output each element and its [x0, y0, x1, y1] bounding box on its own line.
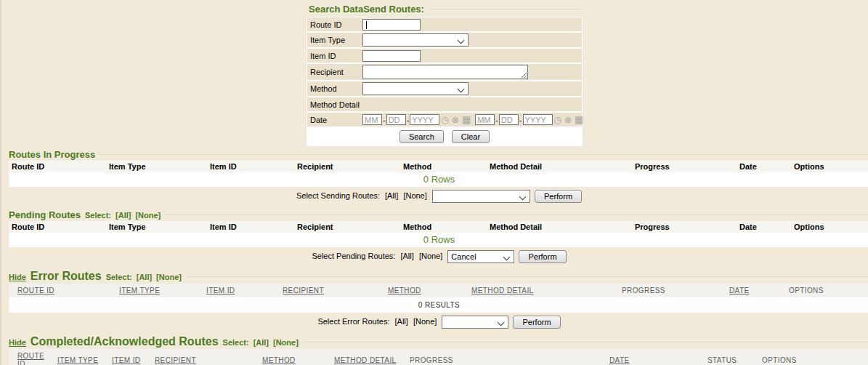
method-row: Method: [307, 81, 582, 96]
date-to-year-input[interactable]: [523, 114, 553, 125]
date-separator: -: [495, 116, 498, 124]
sort-item-id[interactable]: ITEM ID: [203, 284, 280, 297]
search-form-body: Route ID Item Type Item ID Recipient: [307, 17, 583, 146]
date-from-year-input[interactable]: [410, 114, 439, 125]
pending-routes-action-select-value: Cancel: [451, 252, 476, 261]
date-to-day-input[interactable]: [499, 114, 519, 125]
search-form-title-text: Search DataSend Routes:: [309, 4, 424, 15]
col-recipient: Recipient: [294, 161, 400, 172]
sort-recipient[interactable]: RECIPIENT: [280, 284, 385, 297]
col-options: Options: [791, 221, 868, 233]
recipient-label: Recipient: [310, 68, 362, 76]
error-result-count: 0 RESULTS: [9, 297, 868, 313]
select-all-link[interactable]: [All]: [385, 191, 398, 200]
hide-error-routes-link[interactable]: Hide: [9, 273, 26, 281]
perform-button[interactable]: Perform: [513, 316, 560, 329]
sort-method[interactable]: METHOD: [259, 349, 331, 365]
select-none-link[interactable]: [None]: [419, 252, 442, 260]
completed-select-none-link[interactable]: [None]: [273, 338, 299, 347]
route-id-input-wrap: [362, 19, 421, 31]
sort-method-detail[interactable]: METHOD DETAIL: [331, 349, 407, 365]
col-progress: Progress: [632, 161, 737, 172]
col-status: STATUS: [705, 349, 759, 365]
select-all-link[interactable]: [All]: [395, 317, 408, 326]
pending-title-text: Pending Routes: [9, 209, 81, 220]
pending-section-title: Pending Routes Select: [All] [None]: [9, 209, 868, 220]
calendar-icon[interactable]: ▦: [575, 115, 583, 124]
perform-button[interactable]: Perform: [519, 250, 566, 263]
title-rule: [165, 214, 868, 215]
select-none-link[interactable]: [None]: [403, 191, 426, 200]
select-none-link[interactable]: [None]: [413, 317, 437, 326]
error-header-row: ROUTE ID ITEM TYPE ITEM ID RECIPIENT MET…: [9, 284, 868, 297]
completed-table: ROUTE ID ITEM TYPE ITEM ID RECIPIENT MET…: [9, 349, 868, 365]
item-type-select[interactable]: [362, 33, 469, 47]
error-empty-row: 0 RESULTS: [9, 297, 868, 313]
error-select-all-link[interactable]: [All]: [137, 273, 152, 281]
col-options: OPTIONS: [759, 349, 868, 365]
search-form-title: Search DataSend Routes:: [307, 4, 583, 15]
calendar-icon[interactable]: ▦: [462, 115, 471, 124]
sending-routes-action-select[interactable]: [432, 190, 530, 203]
col-method-detail: Method Detail: [487, 221, 632, 233]
recipient-textarea[interactable]: [362, 65, 528, 79]
route-id-label: Route ID: [310, 20, 362, 29]
clear-button[interactable]: Clear: [452, 130, 490, 143]
date-from-month-input[interactable]: [362, 114, 382, 125]
sort-date[interactable]: DATE: [726, 284, 786, 297]
completed-select-all-link[interactable]: [All]: [253, 338, 269, 347]
col-item-id: Item ID: [207, 161, 294, 172]
title-rule: [100, 154, 868, 155]
pending-table: Route ID Item Type Item ID Recipient Met…: [9, 221, 868, 247]
pending-routes-action-select[interactable]: Cancel: [447, 250, 514, 263]
col-progress: PROGRESS: [407, 349, 607, 365]
date-from-day-input[interactable]: [386, 114, 406, 125]
select-all-link[interactable]: [All]: [400, 252, 413, 260]
method-detail-label: Method Detail: [310, 100, 362, 109]
method-label: Method: [310, 84, 362, 93]
error-select-none-link[interactable]: [None]: [156, 273, 182, 281]
method-detail-row: Method Detail: [307, 97, 582, 111]
completed-select-label: Select:: [223, 338, 249, 347]
date-separator: -: [383, 116, 386, 124]
route-id-row: Route ID: [307, 17, 582, 31]
in-progress-table: Route ID Item Type Item ID Recipient Met…: [9, 161, 868, 187]
pending-select-all-link[interactable]: [All]: [115, 211, 131, 220]
col-item-type: Item Type: [106, 161, 207, 172]
col-progress: Progress: [632, 221, 737, 233]
route-id-input[interactable]: [362, 19, 421, 31]
error-select-label: Select:: [106, 273, 132, 281]
sort-date[interactable]: DATE: [607, 349, 705, 365]
sort-route-id[interactable]: ROUTE ID: [9, 349, 54, 365]
clear-date-icon[interactable]: ⊗: [452, 116, 459, 124]
col-route-id: Route ID: [9, 161, 106, 172]
sort-item-id[interactable]: ITEM ID: [109, 349, 152, 365]
clock-icon[interactable]: ◷: [554, 116, 561, 124]
search-form-buttons: Search Clear: [307, 128, 582, 146]
col-date: Date: [737, 161, 791, 172]
clear-date-icon[interactable]: ⊗: [564, 116, 572, 124]
hide-completed-routes-link[interactable]: Hide: [9, 338, 26, 347]
col-progress: PROGRESS: [619, 284, 726, 297]
pending-header-row: Route ID Item Type Item ID Recipient Met…: [9, 221, 868, 233]
sending-routes-action-row: Select Sending Routes: [All] [None] Perf…: [9, 187, 868, 206]
sort-route-id[interactable]: ROUTE ID: [9, 284, 116, 297]
sort-item-type[interactable]: ITEM TYPE: [54, 349, 109, 365]
col-item-id: Item ID: [207, 221, 294, 233]
search-button[interactable]: Search: [399, 130, 444, 143]
in-progress-header-row: Route ID Item Type Item ID Recipient Met…: [9, 161, 868, 172]
perform-button[interactable]: Perform: [535, 190, 582, 203]
title-rule: [186, 276, 868, 277]
sort-method-detail[interactable]: METHOD DETAIL: [469, 284, 619, 297]
title-rule: [303, 342, 868, 342]
sort-method[interactable]: METHOD: [385, 284, 469, 297]
item-id-input[interactable]: [362, 50, 421, 62]
sort-item-type[interactable]: ITEM TYPE: [116, 284, 203, 297]
sort-recipient[interactable]: RECIPIENT: [152, 349, 259, 365]
date-to-month-input[interactable]: [475, 114, 495, 125]
clock-icon[interactable]: ◷: [441, 116, 448, 124]
error-routes-action-select[interactable]: [442, 316, 508, 329]
pending-select-none-link[interactable]: [None]: [135, 211, 161, 220]
datasend-routes-page: Search DataSend Routes: Route ID Item Ty…: [0, 0, 868, 365]
method-select[interactable]: [362, 82, 469, 95]
